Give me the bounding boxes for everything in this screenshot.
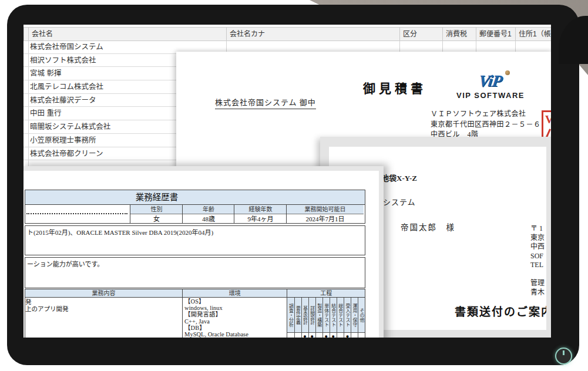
resume-document-window[interactable]: 業務経歴書 性別 女 年齢 48歳 経験年数 9年4ヶ月 [23,166,384,338]
device-screen: 会社名 会社名カナ 区分 消費税 郵便番号1 住所1（帳票表 株式会社帝国システ… [23,25,551,338]
power-button[interactable] [555,348,572,365]
vip-logo: ViP VIP SOFTWARE [451,72,530,100]
process-col-label: 詳細設計 [309,298,315,333]
resume-pr-box: ーション能力が高いです。 [25,257,365,288]
logo-mark: ViP [478,72,503,90]
process-dot [351,333,358,338]
quote-title: 御見積書 [363,79,426,96]
column-header-address[interactable]: 住所1（帳票表 [515,28,551,41]
header-experience: 経験年数 [234,205,287,214]
process-dot: ● [309,333,315,338]
column-header-company-name[interactable]: 会社名 [28,28,226,41]
value-age: 48歳 [183,214,234,224]
process-dot: ● [302,333,308,338]
header-work-content: 業務内容 [25,289,182,297]
notice-recipient: 帝国太郎 様 [401,221,455,232]
resume-title: 業務経歴書 [25,190,365,205]
notice-sender-block: 〒 1 東京 中西 SOF TEL 管理 青木 [530,224,546,297]
power-icon [563,350,565,355]
process-dot [337,333,344,338]
process-col-label: 運用・保守 [351,298,358,333]
process-dot [358,333,365,338]
resume-info-table: 業務経歴書 性別 女 年齢 48歳 経験年数 9年4ヶ月 [25,190,365,224]
process-col-label: 製造・構築 [316,298,322,333]
quote-sender-address: ＶＩＰソフトウェア株式会社 東京都千代田区西神田２－５－６ 中西ビル 4階 [431,109,541,140]
process-dot [287,333,294,338]
process-dot: ● [323,333,330,338]
process-col-label: 受入テスト [344,298,351,333]
process-col-label: 基本設計 [302,298,308,333]
notice-title: 書類送付のご案内 [455,303,546,319]
resume-name-cell [25,205,130,223]
process-col-label: 調査・分析 [287,298,294,333]
header-age: 年齢 [183,205,234,214]
customer-table-header: 会社名 会社名カナ 区分 消費税 郵便番号1 住所1（帳票表 [23,27,551,41]
resume-project-table: 業務内容 環境 工程 発 上のアプリ開発 【OS】 windows, linux… [25,289,365,338]
resume-col-gender: 性別 女 [130,205,183,223]
process-col-label: その他 [358,298,365,333]
logo-dot-icon [505,70,510,75]
environment-cell: 【OS】 windows, linux 【開発言語】 C++, Java 【DB… [182,298,287,338]
header-environment: 環境 [182,289,287,297]
value-experience: 9年4ヶ月 [234,214,287,224]
notice-address-line: 池袋X-Y-Z [381,172,417,183]
header-process: 工程 [287,289,365,297]
process-col-label: 要件定義 [295,298,301,333]
masked-name-line [26,213,127,214]
pr-text: ーション能力が高いです。 [27,261,103,268]
value-start-date: 2024年7月1日 [287,214,364,224]
process-dot: ● [330,333,337,338]
process-dot: ● [344,333,351,338]
resume-col-age: 年齢 48歳 [182,205,234,223]
column-header-company-kana[interactable]: 会社名カナ [226,28,399,41]
resume-page: 業務経歴書 性別 女 年齢 48歳 経験年数 9年4ヶ月 [23,171,379,338]
column-header-category[interactable]: 区分 [399,28,442,41]
header-start-date: 業務開始可能日 [287,205,364,214]
value-gender: 女 [130,214,183,224]
column-header-tax[interactable]: 消費税 [442,28,476,41]
header-gender: 性別 [130,205,183,214]
resume-qualifications-box: ト(2015年02月)、ORACLE MASTER Silver DBA 201… [25,225,365,255]
process-dot [295,333,301,338]
process-matrix: 調査・分析 要件定義 基本設計● 詳細設計● 製造・構築 単体テスト● 結合テス… [287,298,365,338]
process-col-label: 結合テスト [330,298,337,333]
work-content-cell: 発 上のアプリ開発 [25,298,182,338]
process-dot [316,333,322,338]
process-col-label: 単体テスト [323,298,330,333]
resume-col-start-date: 業務開始可能日 2024年7月1日 [286,205,364,223]
resume-col-experience: 経験年数 9年4ヶ月 [234,205,287,223]
process-col-label: 総合テスト [337,298,344,333]
logo-caption: VIP SOFTWARE [451,91,530,100]
qualification-text: ト(2015年02月)、ORACLE MASTER Silver DBA 201… [27,229,213,236]
quote-recipient: 株式会社帝国システム 御中 [215,96,316,109]
stamp-text: VIP [545,113,551,126]
column-header-postal-code[interactable]: 郵便番号1 [476,28,515,41]
notice-company-line: システム [383,196,416,207]
row-selector-column-header[interactable] [23,28,28,41]
